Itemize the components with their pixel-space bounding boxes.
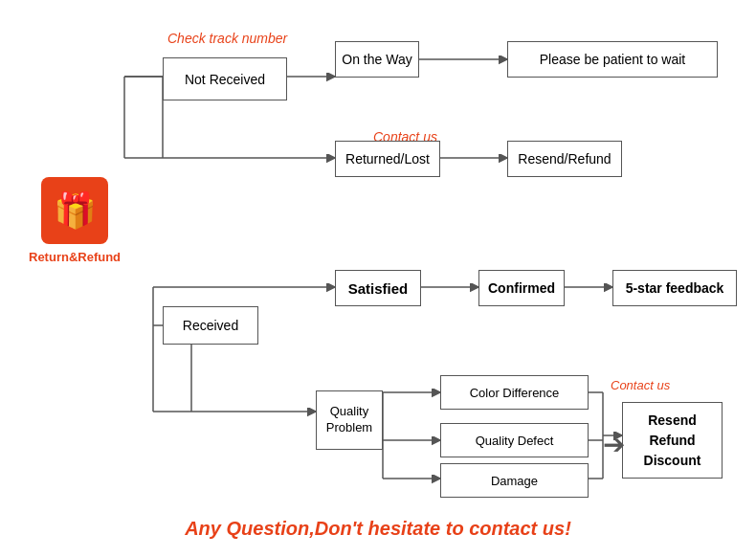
confirmed-node: Confirmed [478,270,565,306]
diagram: 🎁 Return&Refund Check track number On th… [0,0,756,557]
gift-icon: 🎁 [54,190,97,231]
check-track-label: Check track number [167,31,287,46]
returned-lost-node: Returned/Lost [335,141,440,177]
satisfied-node: Satisfied [335,270,421,306]
not-received-node: Not Received [163,57,287,100]
quality-defect-node: Quality Defect [440,423,589,457]
contact-us-bottom-label: Contact us [611,378,670,392]
resend-refund-discount-node: Resend Refund Discount [622,402,723,479]
bottom-message: Any Question,Don't hesitate to contact u… [0,518,756,540]
please-wait-node: Please be patient to wait [507,41,718,78]
on-the-way-node: On the Way [335,41,419,78]
icon-square: 🎁 [41,177,108,244]
received-node: Received [163,306,258,345]
color-difference-node: Color Difference [440,375,589,410]
return-refund-icon-container: 🎁 Return&Refund [29,177,121,264]
big-arrow: ➔ [603,429,625,460]
five-star-node: 5-star feedback [612,270,737,306]
damage-node: Damage [440,463,589,498]
quality-problem-node: Quality Problem [316,390,383,450]
resend-refund-top-node: Resend/Refund [507,141,622,177]
icon-label: Return&Refund [29,250,121,264]
